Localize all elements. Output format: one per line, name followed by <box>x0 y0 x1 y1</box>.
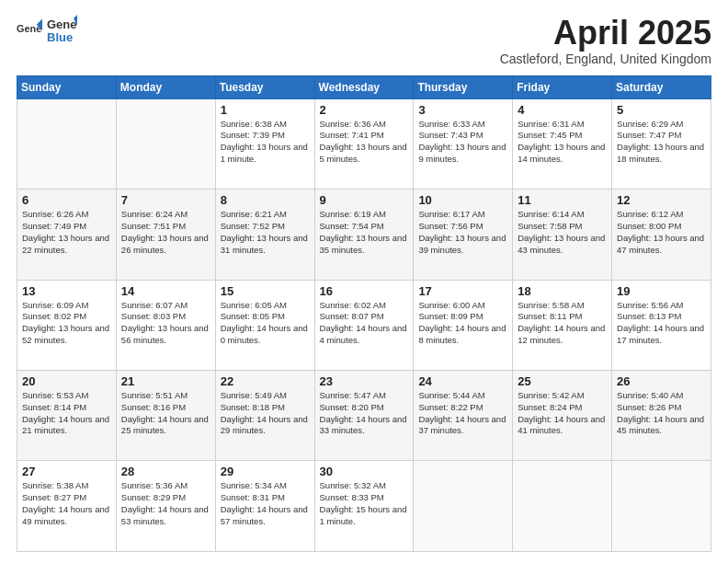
calendar-cell: 2Sunrise: 6:36 AM Sunset: 7:41 PM Daylig… <box>314 98 414 189</box>
cell-info: Sunrise: 6:07 AM Sunset: 8:03 PM Dayligh… <box>121 300 210 347</box>
calendar-cell: 18Sunrise: 5:58 AM Sunset: 8:11 PM Dayli… <box>513 280 612 370</box>
cell-info: Sunrise: 5:36 AM Sunset: 8:29 PM Dayligh… <box>121 480 210 527</box>
calendar-cell: 23Sunrise: 5:47 AM Sunset: 8:20 PM Dayli… <box>314 371 414 461</box>
calendar-cell: 20Sunrise: 5:53 AM Sunset: 8:14 PM Dayli… <box>17 371 117 461</box>
calendar-cell: 16Sunrise: 6:02 AM Sunset: 8:07 PM Dayli… <box>314 280 414 370</box>
cell-day-number: 4 <box>518 103 607 117</box>
calendar-cell: 15Sunrise: 6:05 AM Sunset: 8:05 PM Dayli… <box>215 280 314 370</box>
calendar-cell: 28Sunrise: 5:36 AM Sunset: 8:29 PM Dayli… <box>116 461 215 552</box>
cell-info: Sunrise: 6:09 AM Sunset: 8:02 PM Dayligh… <box>22 300 111 347</box>
logo-graphic: General Blue <box>46 15 77 46</box>
cell-day-number: 13 <box>22 284 111 298</box>
header-tuesday: Tuesday <box>215 75 314 98</box>
cell-info: Sunrise: 6:05 AM Sunset: 8:05 PM Dayligh… <box>221 300 310 347</box>
cell-day-number: 15 <box>221 284 310 298</box>
cell-day-number: 17 <box>418 284 507 298</box>
header-wednesday: Wednesday <box>314 75 414 98</box>
cell-day-number: 25 <box>518 374 607 388</box>
cell-info: Sunrise: 6:00 AM Sunset: 8:09 PM Dayligh… <box>418 300 507 347</box>
calendar-cell: 11Sunrise: 6:14 AM Sunset: 7:58 PM Dayli… <box>513 190 612 280</box>
calendar-cell: 3Sunrise: 6:33 AM Sunset: 7:43 PM Daylig… <box>414 98 513 189</box>
cell-info: Sunrise: 6:29 AM Sunset: 7:47 PM Dayligh… <box>617 119 706 166</box>
cell-day-number: 26 <box>617 374 706 388</box>
calendar-cell: 4Sunrise: 6:31 AM Sunset: 7:45 PM Daylig… <box>513 98 612 189</box>
calendar-cell <box>612 461 711 552</box>
header-friday: Friday <box>513 75 612 98</box>
cell-info: Sunrise: 6:33 AM Sunset: 7:43 PM Dayligh… <box>418 119 507 166</box>
calendar-cell: 14Sunrise: 6:07 AM Sunset: 8:03 PM Dayli… <box>116 280 215 370</box>
calendar-cell: 27Sunrise: 5:38 AM Sunset: 8:27 PM Dayli… <box>17 461 117 552</box>
week-row-3: 13Sunrise: 6:09 AM Sunset: 8:02 PM Dayli… <box>17 280 711 370</box>
cell-info: Sunrise: 5:32 AM Sunset: 8:33 PM Dayligh… <box>320 480 409 527</box>
calendar-cell: 10Sunrise: 6:17 AM Sunset: 7:56 PM Dayli… <box>414 190 513 280</box>
logo-icon: General <box>17 17 42 43</box>
cell-day-number: 28 <box>121 465 210 478</box>
week-row-4: 20Sunrise: 5:53 AM Sunset: 8:14 PM Dayli… <box>17 371 711 461</box>
calendar-cell: 22Sunrise: 5:49 AM Sunset: 8:18 PM Dayli… <box>215 371 314 461</box>
header-sunday: Sunday <box>17 75 117 98</box>
svg-text:General: General <box>47 17 77 31</box>
calendar-cell: 13Sunrise: 6:09 AM Sunset: 8:02 PM Dayli… <box>17 280 117 370</box>
title-block: April 2025 Castleford, England, United K… <box>500 15 711 66</box>
cell-info: Sunrise: 6:02 AM Sunset: 8:07 PM Dayligh… <box>320 300 409 347</box>
cell-day-number: 27 <box>22 465 111 478</box>
cell-day-number: 3 <box>418 103 507 117</box>
cell-day-number: 5 <box>617 103 706 117</box>
calendar-cell: 1Sunrise: 6:38 AM Sunset: 7:39 PM Daylig… <box>215 98 314 189</box>
cell-info: Sunrise: 5:34 AM Sunset: 8:31 PM Dayligh… <box>221 480 310 527</box>
calendar-cell: 24Sunrise: 5:44 AM Sunset: 8:22 PM Dayli… <box>414 371 513 461</box>
cell-day-number: 11 <box>518 193 607 207</box>
month-title: April 2025 <box>500 15 711 52</box>
calendar-cell: 19Sunrise: 5:56 AM Sunset: 8:13 PM Dayli… <box>612 280 711 370</box>
cell-info: Sunrise: 5:51 AM Sunset: 8:16 PM Dayligh… <box>121 390 210 437</box>
cell-info: Sunrise: 6:24 AM Sunset: 7:51 PM Dayligh… <box>121 209 210 256</box>
calendar-cell: 6Sunrise: 6:26 AM Sunset: 7:49 PM Daylig… <box>17 190 117 280</box>
header-saturday: Saturday <box>612 75 711 98</box>
calendar-cell: 29Sunrise: 5:34 AM Sunset: 8:31 PM Dayli… <box>215 461 314 552</box>
svg-text:Blue: Blue <box>47 30 73 44</box>
cell-info: Sunrise: 5:40 AM Sunset: 8:26 PM Dayligh… <box>617 390 706 437</box>
cell-info: Sunrise: 5:44 AM Sunset: 8:22 PM Dayligh… <box>418 390 507 437</box>
cell-day-number: 7 <box>121 193 210 207</box>
cell-info: Sunrise: 5:47 AM Sunset: 8:20 PM Dayligh… <box>320 390 409 437</box>
calendar-cell: 25Sunrise: 5:42 AM Sunset: 8:24 PM Dayli… <box>513 371 612 461</box>
cell-day-number: 12 <box>617 193 706 207</box>
location: Castleford, England, United Kingdom <box>500 52 711 66</box>
cell-info: Sunrise: 5:42 AM Sunset: 8:24 PM Dayligh… <box>518 390 607 437</box>
cell-day-number: 30 <box>320 465 409 478</box>
cell-info: Sunrise: 6:17 AM Sunset: 7:56 PM Dayligh… <box>418 209 507 256</box>
cell-day-number: 8 <box>221 193 310 207</box>
calendar-cell: 7Sunrise: 6:24 AM Sunset: 7:51 PM Daylig… <box>116 190 215 280</box>
calendar-cell: 21Sunrise: 5:51 AM Sunset: 8:16 PM Dayli… <box>116 371 215 461</box>
cell-info: Sunrise: 6:26 AM Sunset: 7:49 PM Dayligh… <box>22 209 111 256</box>
logo: General General Blue <box>17 15 77 46</box>
cell-info: Sunrise: 6:14 AM Sunset: 7:58 PM Dayligh… <box>518 209 607 256</box>
cell-day-number: 20 <box>22 374 111 388</box>
calendar-cell: 17Sunrise: 6:00 AM Sunset: 8:09 PM Dayli… <box>414 280 513 370</box>
cell-info: Sunrise: 5:49 AM Sunset: 8:18 PM Dayligh… <box>221 390 310 437</box>
calendar-cell: 8Sunrise: 6:21 AM Sunset: 7:52 PM Daylig… <box>215 190 314 280</box>
calendar-cell <box>116 98 215 189</box>
cell-day-number: 29 <box>221 465 310 478</box>
cell-info: Sunrise: 6:36 AM Sunset: 7:41 PM Dayligh… <box>320 119 409 166</box>
week-row-5: 27Sunrise: 5:38 AM Sunset: 8:27 PM Dayli… <box>17 461 711 552</box>
calendar-cell: 5Sunrise: 6:29 AM Sunset: 7:47 PM Daylig… <box>612 98 711 189</box>
cell-day-number: 6 <box>22 193 111 207</box>
header-monday: Monday <box>116 75 215 98</box>
week-row-2: 6Sunrise: 6:26 AM Sunset: 7:49 PM Daylig… <box>17 190 711 280</box>
calendar-cell <box>17 98 117 189</box>
header: General General Blue April 2025 Castlefo… <box>17 15 711 66</box>
calendar-cell <box>414 461 513 552</box>
cell-info: Sunrise: 5:58 AM Sunset: 8:11 PM Dayligh… <box>518 300 607 347</box>
cell-day-number: 22 <box>221 374 310 388</box>
cell-day-number: 19 <box>617 284 706 298</box>
cell-info: Sunrise: 5:38 AM Sunset: 8:27 PM Dayligh… <box>22 480 111 527</box>
cell-info: Sunrise: 5:56 AM Sunset: 8:13 PM Dayligh… <box>617 300 706 347</box>
calendar-cell: 9Sunrise: 6:19 AM Sunset: 7:54 PM Daylig… <box>314 190 414 280</box>
cell-info: Sunrise: 6:21 AM Sunset: 7:52 PM Dayligh… <box>221 209 310 256</box>
cell-day-number: 10 <box>418 193 507 207</box>
cell-info: Sunrise: 6:19 AM Sunset: 7:54 PM Dayligh… <box>320 209 409 256</box>
cell-day-number: 23 <box>320 374 409 388</box>
cell-info: Sunrise: 5:53 AM Sunset: 8:14 PM Dayligh… <box>22 390 111 437</box>
calendar-cell <box>513 461 612 552</box>
